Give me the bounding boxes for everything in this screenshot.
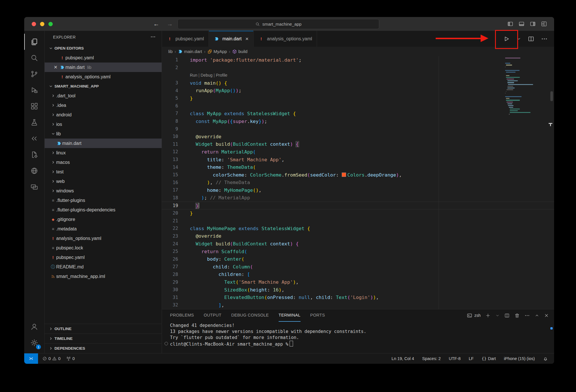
status-eol[interactable]: LF <box>467 353 476 364</box>
ports-indicator[interactable]: 0 <box>64 353 77 364</box>
code-line-5[interactable]: 5} <box>162 94 554 102</box>
tree-item-ios[interactable]: ios <box>45 120 162 129</box>
codelens-profile[interactable]: Profile <box>216 73 227 77</box>
code-line-14[interactable]: 14 theme: ThemeData( <box>162 163 554 171</box>
code-line-31[interactable]: 31 ElevatedButton(onPressed: null, child… <box>162 293 554 301</box>
code-line-3[interactable]: 3void main() { <box>162 79 554 87</box>
close-editor-icon[interactable]: ✕ <box>52 65 59 70</box>
open-editor-pubspec.yaml[interactable]: !pubspec.yaml <box>45 53 162 63</box>
code-line-24[interactable]: 24 Widget build(BuildContext context) { <box>162 240 554 248</box>
panel-tab-output[interactable]: OUTPUT <box>204 309 221 322</box>
code-line-15[interactable]: 15 colorScheme: ColorScheme.fromSeed(see… <box>162 171 554 179</box>
tree-item-.dart_tool[interactable]: .dart_tool <box>45 91 162 101</box>
code-line-20[interactable]: 20} <box>162 209 554 217</box>
close-tab-icon[interactable]: × <box>245 36 248 42</box>
activity-bar-settings[interactable]: 1 <box>24 335 44 351</box>
tab-main.dart[interactable]: main.dart× <box>209 31 254 47</box>
customize-layout-button[interactable] <box>541 21 547 27</box>
tab-pubspec.yaml[interactable]: !pubspec.yaml <box>162 31 209 47</box>
open-editor-main.dart[interactable]: ✕main.dartlib <box>45 63 162 72</box>
code-line-2[interactable]: 2 <box>162 64 554 72</box>
tree-item-main.dart[interactable]: main.dart <box>45 139 162 148</box>
tree-item-smart_machine_app.iml[interactable]: smart_machine_app.iml <box>45 272 162 281</box>
close-panel-button[interactable] <box>544 313 549 318</box>
codelens-run[interactable]: Run <box>190 73 197 77</box>
tree-item-test[interactable]: test <box>45 167 162 177</box>
panel-tab-ports[interactable]: PORTS <box>310 309 325 322</box>
code-line-28[interactable]: 28 children: [ <box>162 271 554 279</box>
zoom-window-button[interactable] <box>48 22 53 26</box>
split-terminal-button[interactable] <box>504 313 510 318</box>
activity-bar-source-control[interactable] <box>24 66 44 82</box>
code-line-7[interactable]: 7class MyApp extends StatelessWidget { <box>162 110 554 118</box>
code-line-10[interactable]: 10 @override <box>162 133 554 141</box>
code-line-11[interactable]: 11 Widget build(BuildContext context) { <box>162 141 554 148</box>
new-terminal-button[interactable] <box>485 313 491 318</box>
editor-scrollbar[interactable] <box>550 91 553 101</box>
close-window-button[interactable] <box>32 22 36 26</box>
panel-more-actions-button[interactable] <box>524 313 530 318</box>
code-line-12[interactable]: 12 return MaterialApp( <box>162 148 554 156</box>
code-line-9[interactable]: 9 <box>162 125 554 133</box>
code-line-6[interactable]: 6 <box>162 102 554 110</box>
open-editors-header[interactable]: OPEN EDITORS <box>45 43 162 53</box>
remote-indicator-button[interactable] <box>24 353 38 364</box>
activity-bar-testing[interactable] <box>24 114 44 130</box>
activity-bar-extensions[interactable] <box>24 98 44 114</box>
status-notifications[interactable] <box>541 353 550 364</box>
activity-bar-references[interactable] <box>24 130 44 147</box>
open-editor-analysis_options.yaml[interactable]: !analysis_options.yaml <box>45 72 162 82</box>
tree-item-README.md[interactable]: ⓘREADME.md <box>45 262 162 272</box>
breadcrumb-MyApp[interactable]: MyApp <box>207 49 227 54</box>
minimize-window-button[interactable] <box>40 22 44 26</box>
code-line-17[interactable]: 17 home: MyHomePage(), <box>162 186 554 194</box>
code-line-13[interactable]: 13 title: 'Smart Machine App', <box>162 156 554 164</box>
code-line-32[interactable]: 32 ], <box>162 301 554 309</box>
terminal-prompt-line[interactable]: clint@Clints-MacBook-Air smart_machine_a… <box>170 341 554 347</box>
breadcrumb-main.dart[interactable]: main.dart <box>178 49 202 54</box>
code-line-1[interactable]: 1import 'package:flutter/material.dart'; <box>162 56 554 64</box>
status-cursor-position[interactable]: Ln 19, Col 4 <box>390 353 416 364</box>
forward-button[interactable]: → <box>167 20 173 27</box>
color-swatch[interactable] <box>342 173 346 177</box>
code-line-4[interactable]: 4 runApp(MyApp()); <box>162 87 554 94</box>
code-line-18[interactable]: 18 ); // MaterialApp <box>162 194 554 202</box>
toggle-panel-button[interactable] <box>518 21 525 27</box>
code-line-8[interactable]: 8 const MyApp({super.key}); <box>162 118 554 125</box>
terminal[interactable]: Changed 41 dependencies!13 packages have… <box>162 321 554 353</box>
explorer-more-actions-button[interactable] <box>150 34 156 41</box>
code-line-25[interactable]: 25 return Scaffold( <box>162 248 554 255</box>
tree-item-.flutter-plugins[interactable]: ≡.flutter-plugins <box>45 196 162 205</box>
code-line-19[interactable]: 19 } <box>162 202 554 209</box>
code-line-21[interactable]: 21 <box>162 217 554 225</box>
tree-item-macos[interactable]: macos <box>45 158 162 167</box>
project-root-header[interactable]: SMART_MACHINE_APP <box>45 82 162 91</box>
activity-bar-remote-explorer[interactable] <box>24 179 44 195</box>
panel-tab-debug-console[interactable]: DEBUG CONSOLE <box>231 309 269 322</box>
panel-tab-problems[interactable]: PROBLEMS <box>170 309 194 322</box>
activity-bar-search[interactable] <box>24 50 44 66</box>
tree-item-web[interactable]: web <box>45 177 162 186</box>
codelens-debug[interactable]: Debug <box>201 73 212 77</box>
code-editor[interactable]: 1import 'package:flutter/material.dart';… <box>162 56 554 309</box>
problems-indicator[interactable]: 00 <box>40 353 63 364</box>
minimap[interactable] <box>503 56 554 309</box>
toggle-secondary-sidebar-button[interactable] <box>530 21 536 27</box>
maximize-panel-button[interactable] <box>535 313 539 318</box>
panel-tab-terminal[interactable]: TERMINAL <box>279 309 301 322</box>
code-line-16[interactable]: 16 ), // ThemeData <box>162 179 554 187</box>
command-center[interactable]: smart_machine_app <box>177 19 379 29</box>
tree-item-pubspec.lock[interactable]: ≡pubspec.lock <box>45 243 162 253</box>
tree-item-.metadata[interactable]: ≡.metadata <box>45 224 162 234</box>
terminal-profile-dropdown-button[interactable] <box>495 313 500 318</box>
activity-bar-explorer[interactable] <box>24 34 44 50</box>
code-line-30[interactable]: 30 SizedBox(height: 16), <box>162 286 554 294</box>
status-flutter-device[interactable]: iPhone (15) (ios) <box>502 353 537 364</box>
tree-item-analysis_options.yaml[interactable]: !analysis_options.yaml <box>45 234 162 243</box>
activity-bar-accounts[interactable] <box>24 319 44 335</box>
code-line-23[interactable]: 23 @override <box>162 232 554 240</box>
code-line-26[interactable]: 26 body: Center( <box>162 255 554 263</box>
toggle-primary-sidebar-button[interactable] <box>507 21 513 27</box>
breadcrumb-lib[interactable]: lib <box>168 49 173 54</box>
tree-item-.gitignore[interactable]: ◆.gitignore <box>45 215 162 224</box>
